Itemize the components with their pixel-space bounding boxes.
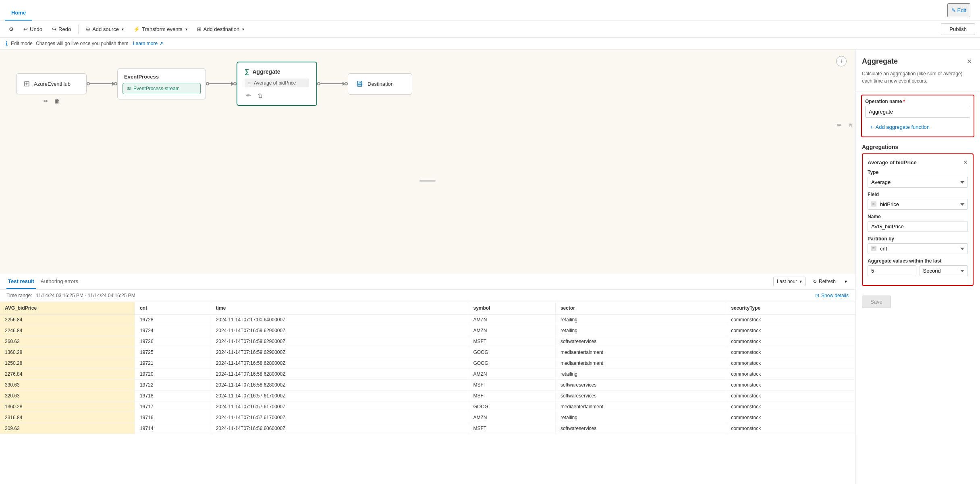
edit-mode-bar: ℹ Edit mode Changes will go live once yo… (0, 38, 980, 50)
add-source-button[interactable]: ⊕ Add source ▾ (82, 24, 128, 35)
table-cell: 2024-11-14T07:16:58.6280000Z (211, 358, 468, 368)
canvas-inner: ⊞ AzureEventHub ✏ 🗑 (0, 50, 855, 186)
settings-icon: ⚙ (9, 26, 14, 32)
chevron-down-icon-2: ▾ (185, 27, 187, 31)
operation-name-label: Operation name * (865, 99, 970, 104)
table-cell: 2024-11-14T07:16:59.6290000Z (211, 336, 468, 347)
delete-destination-btn[interactable]: 🖱 (846, 121, 855, 129)
time-range-bar: Time range: 11/14/24 03:16:25 PM - 11/14… (0, 290, 855, 302)
undo-button[interactable]: ↩ Undo (19, 24, 46, 35)
pipeline: ⊞ AzureEventHub ✏ 🗑 (0, 50, 855, 118)
table-row: 330.63197222024-11-14T07:16:58.6280000ZM… (0, 379, 855, 390)
details-icon: ⊡ (815, 293, 819, 298)
field-label: Field (868, 192, 968, 197)
destination-icon: ⊞ (197, 26, 201, 32)
table-row: 2256.84197282024-11-14T07:17:00.6400000Z… (0, 314, 855, 325)
aggregate-node-header: ∑ Aggregate (245, 68, 309, 75)
table-cell: 2256.84 (0, 314, 135, 325)
aggregation-card-header: Average of bidPrice ✕ (868, 159, 968, 165)
table-cell: 2024-11-14T07:16:59.6290000Z (211, 347, 468, 358)
results-table-container[interactable]: AVG_bidPrice cnt time symbol sector secu… (0, 302, 855, 484)
table-cell: 19718 (135, 390, 211, 401)
node-destination[interactable]: 🖥 Destination ✏ 🖱 (348, 73, 412, 95)
transform-events-button[interactable]: ⚡ Transform events ▾ (129, 24, 191, 35)
refresh-button[interactable]: ↻ Refresh (809, 277, 840, 286)
connector-2 (206, 82, 237, 86)
aggregation-card-close-button[interactable]: ✕ (963, 159, 968, 165)
redo-button[interactable]: ↪ Redo (48, 24, 75, 35)
table-cell: softwareservices (555, 379, 726, 390)
edit-aggregate-btn[interactable]: ✏ (245, 91, 253, 99)
delete-node-azure-btn[interactable]: 🗑 (52, 97, 61, 105)
node-azure-event-hub[interactable]: ⊞ AzureEventHub ✏ 🗑 (16, 73, 87, 94)
name-group: Name (868, 214, 968, 232)
add-aggregate-button[interactable]: + Add aggregate function (865, 121, 970, 133)
unit-select[interactable]: SecondMinuteHour (920, 265, 968, 276)
save-button[interactable]: Save (862, 296, 891, 308)
node-aggregate[interactable]: ∑ Aggregate ≡ Average of bidPrice ✏ 🗑 (237, 62, 317, 106)
connector-3 (317, 82, 348, 86)
tab-test-result[interactable]: Test result (6, 274, 36, 289)
add-destination-button[interactable]: ⊞ Add destination ▾ (193, 24, 249, 35)
sub-icon: ≡ (248, 80, 251, 86)
time-range-select[interactable]: Last hour ▾ (773, 277, 806, 286)
edit-mode-message: Changes will go live once you publish th… (36, 41, 130, 46)
learn-more-link[interactable]: Learn more ↗ (133, 41, 163, 46)
table-cell: 19724 (135, 325, 211, 336)
table-cell: retailing (555, 412, 726, 423)
table-cell: softwareservices (555, 336, 726, 347)
partition-by-label: Partition by (868, 236, 968, 242)
name-label: Name (868, 214, 968, 219)
tab-home[interactable]: Home (5, 6, 32, 21)
table-cell: 2024-11-14T07:16:57.6170000Z (211, 412, 468, 423)
table-header: AVG_bidPrice cnt time symbol sector secu… (0, 302, 855, 314)
table-cell: softwareservices (555, 390, 726, 401)
expand-button[interactable]: ▾ (843, 277, 849, 286)
right-panel: Aggregate ✕ Calculate an aggregation (li… (855, 50, 980, 484)
table-cell: AMZN (468, 412, 555, 423)
add-node-btn[interactable]: + (836, 56, 847, 66)
table-cell: 2246.84 (0, 325, 135, 336)
delete-aggregate-btn[interactable]: 🗑 (256, 91, 265, 99)
table-cell: MSFT (468, 390, 555, 401)
name-input[interactable] (868, 221, 968, 232)
edit-node-azure-btn[interactable]: ✏ (42, 97, 50, 105)
table-cell: commonstock (726, 379, 855, 390)
settings-button[interactable]: ⚙ (5, 24, 18, 35)
table-cell: 360.63 (0, 336, 135, 347)
field-select[interactable]: bidPrice (868, 199, 968, 210)
table-row: 1360.28197172024-11-14T07:16:57.6170000Z… (0, 401, 855, 412)
duration-input[interactable] (868, 265, 916, 276)
type-select[interactable]: AverageSumCountMinMax (868, 177, 968, 188)
show-details-button[interactable]: ⊡ Show details (815, 293, 849, 298)
partition-by-select[interactable]: cnt (868, 243, 968, 254)
table-cell: retailing (555, 314, 726, 325)
table-row: 320.63197182024-11-14T07:16:57.6170000ZM… (0, 390, 855, 401)
table-cell: commonstock (726, 336, 855, 347)
node-event-process[interactable]: EventProcess ≋ EventProcess-stream (117, 68, 206, 99)
tab-authoring-errors[interactable]: Authoring errors (39, 274, 80, 289)
edit-destination-btn[interactable]: ✏ (835, 121, 843, 129)
connector-1 (87, 82, 117, 86)
table-cell: mediaentertainment (555, 347, 726, 358)
toolbar: ⚙ ↩ Undo ↪ Redo ⊕ Add source ▾ ⚡ Transfo… (0, 21, 980, 38)
table-cell: commonstock (726, 401, 855, 412)
operation-name-input[interactable] (865, 106, 970, 118)
edit-button[interactable]: ✎ Edit (947, 3, 970, 17)
event-process-stream[interactable]: ≋ EventProcess-stream (122, 83, 201, 94)
refresh-icon: ↻ (813, 279, 817, 284)
col-header-sector: sector (555, 302, 726, 314)
table-cell: 2024-11-14T07:16:58.6280000Z (211, 379, 468, 390)
table-cell: AMZN (468, 368, 555, 379)
chevron-down-icon-3: ▾ (242, 27, 244, 31)
chevron-down-icon-time: ▾ (799, 279, 802, 284)
table-cell: GOOG (468, 347, 555, 358)
table-cell: 1360.28 (0, 401, 135, 412)
panel-close-button[interactable]: ✕ (965, 56, 974, 67)
panel-description: Calculate an aggregation (like sum or av… (855, 70, 980, 89)
table-row: 1360.28197252024-11-14T07:16:59.6290000Z… (0, 347, 855, 358)
results-table: AVG_bidPrice cnt time symbol sector secu… (0, 302, 855, 434)
aggregation-card-title: Average of bidPrice (868, 159, 917, 165)
publish-button[interactable]: Publish (941, 23, 975, 35)
table-cell: retailing (555, 368, 726, 379)
